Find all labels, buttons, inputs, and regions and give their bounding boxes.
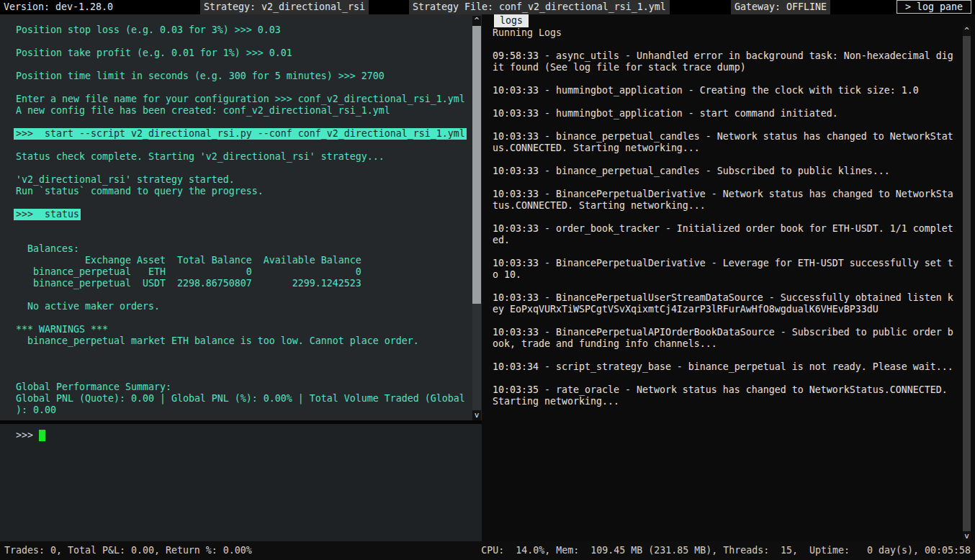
terminal-line: ): 0.00: [16, 405, 482, 416]
scroll-down-icon[interactable]: v: [472, 410, 481, 420]
command-echo-highlight: >>> start --script v2_directional_rsi.py…: [14, 128, 467, 140]
terminal-line: *** WARNINGS ***: [16, 324, 482, 335]
terminal-line: [16, 36, 482, 48]
strategy-label: Strategy: v2_directional_rsi: [200, 0, 369, 14]
scroll-down-icon[interactable]: v: [963, 531, 971, 541]
command-prompt[interactable]: >>>: [16, 430, 482, 441]
terminal-line: [16, 312, 482, 324]
terminal-line: Position time limit in seconds (e.g. 300…: [16, 71, 482, 82]
tab-logs[interactable]: logs: [494, 14, 529, 27]
hummingbot-app: Version: dev-1.28.0 Strategy: v2_directi…: [0, 0, 975, 560]
status-bar: Trades: 0, Total P&L: 0.00, Return %: 0.…: [0, 541, 975, 560]
terminal-line: [16, 117, 482, 128]
terminal-line: Exchange Asset Total Balance Available B…: [16, 255, 482, 266]
log-pane-toggle-button[interactable]: > log pane: [897, 0, 971, 14]
text-cursor: [39, 430, 45, 441]
log-entry: 10:03:33 - order_book_tracker - Initiali…: [493, 223, 955, 246]
terminal-line: >>> status: [16, 209, 482, 220]
log-entry: 10:03:35 - rate_oracle - Network status …: [493, 384, 955, 407]
terminal-line: Status check complete. Starting 'v2_dire…: [16, 151, 482, 163]
terminal-output-area: Position stop loss (e.g. 0.03 for 3%) >>…: [0, 14, 482, 420]
terminal-scrollbar-thumb[interactable]: [472, 26, 481, 304]
scroll-up-icon[interactable]: ^: [963, 26, 971, 36]
terminal-line: binance_perpetual ETH 0 0: [16, 266, 482, 278]
terminal-line: binance_perpetual market ETH balance is …: [16, 335, 482, 347]
terminal-line: Position take profit (e.g. 0.01 for 1%) …: [16, 48, 482, 59]
terminal-line: [16, 197, 482, 209]
log-entry: 10:03:33 - hummingbot_application - star…: [493, 108, 955, 119]
log-scrollbar-track[interactable]: [963, 36, 971, 531]
trades-summary: Trades: 0, Total P&L: 0.00, Return %: 0.…: [4, 545, 252, 556]
terminal-output-lines: Position stop loss (e.g. 0.03 for 3%) >>…: [0, 14, 482, 416]
log-entry: 10:03:34 - script_strategy_base - binanc…: [493, 361, 955, 373]
terminal-line: [16, 370, 482, 381]
version-label: Version: dev-1.28.0: [4, 0, 113, 14]
log-entry: 10:03:33 - hummingbot_application - Crea…: [493, 85, 955, 96]
log-pane: logs Running Logs 09:58:33 - async_utils…: [482, 14, 975, 541]
terminal-line: A new config file has been created: conf…: [16, 105, 482, 117]
terminal-line: [16, 163, 482, 174]
terminal-line: No active maker orders.: [16, 301, 482, 312]
log-entry: 09:58:33 - async_utils - Unhandled error…: [493, 50, 955, 73]
terminal-line: [16, 232, 482, 243]
terminal-line: Global Performance Summary:: [16, 381, 482, 393]
terminal-line: binance_perpetual USDT 2298.86750807 229…: [16, 278, 482, 289]
terminal-line: Enter a new file name for your configura…: [16, 94, 482, 105]
terminal-line: Run `status` command to query the progre…: [16, 186, 482, 197]
terminal-line: 'v2_directional_rsi' strategy started.: [16, 174, 482, 186]
log-pane-title: Running Logs: [493, 27, 975, 39]
terminal-line: [16, 358, 482, 370]
log-entry: 10:03:33 - binance_perpetual_candles - S…: [493, 166, 955, 177]
gateway-status-label: Gateway: OFFLINE: [731, 0, 830, 14]
log-entry: 10:03:33 - BinancePerpetualDerivative - …: [493, 189, 955, 212]
scroll-up-icon[interactable]: ^: [472, 16, 481, 26]
log-entry: 10:03:33 - BinancePerpetualDerivative - …: [493, 258, 955, 281]
terminal-line: Balances:: [16, 243, 482, 255]
command-echo-highlight: >>> status: [14, 209, 81, 220]
strategy-file-label: Strategy File: conf_v2_directional_rsi_1…: [409, 0, 670, 14]
terminal-scrollbar[interactable]: ^ v: [472, 16, 481, 420]
terminal-pane: Position stop loss (e.g. 0.03 for 3%) >>…: [0, 14, 482, 541]
terminal-line: [16, 220, 482, 232]
log-entry: 10:03:33 - binance_perpetual_candles - N…: [493, 131, 955, 154]
log-entry: 10:03:33 - BinancePerpetualUserStreamDat…: [493, 292, 955, 315]
terminal-line: [16, 59, 482, 71]
log-entry: 10:03:33 - BinancePerpetualAPIOrderBookD…: [493, 327, 955, 350]
terminal-line: Global PNL (Quote): 0.00 | Global PNL (%…: [16, 393, 482, 405]
top-bar: Version: dev-1.28.0 Strategy: v2_directi…: [0, 0, 975, 14]
log-scrollbar[interactable]: ^ v: [963, 26, 971, 541]
command-input-area[interactable]: >>>: [0, 424, 482, 541]
terminal-line: Position stop loss (e.g. 0.03 for 3%) >>…: [16, 24, 482, 36]
log-content: Running Logs 09:58:33 - async_utils - Un…: [482, 14, 975, 407]
log-entries: 09:58:33 - async_utils - Unhandled error…: [493, 50, 975, 407]
system-stats: CPU: 14.0%, Mem: 109.45 MB (231.85 MB), …: [481, 545, 971, 556]
terminal-line: >>> start --script v2_directional_rsi.py…: [16, 128, 482, 140]
terminal-line: [16, 82, 482, 94]
terminal-line: [16, 289, 482, 301]
main-area: Position stop loss (e.g. 0.03 for 3%) >>…: [0, 14, 975, 541]
terminal-line: [16, 140, 482, 151]
terminal-line: [16, 347, 482, 358]
prompt-label: >>>: [16, 430, 39, 441]
